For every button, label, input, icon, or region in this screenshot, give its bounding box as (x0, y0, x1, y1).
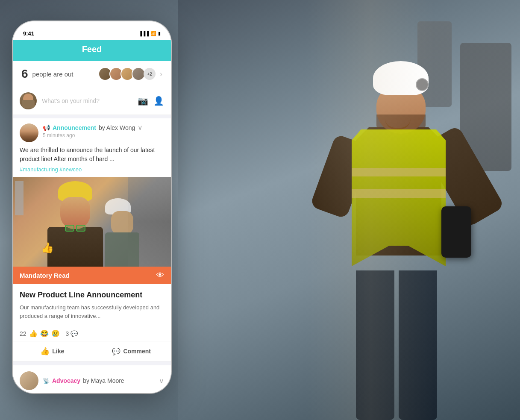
feed-title: Feed (82, 44, 102, 54)
advocacy-type-line: 📡 Advocacy by Maya Moore (43, 377, 155, 384)
phone-mockup-container: 9:41 ▐▐▐ 📶 ▮ Feed 6 people are out (13, 21, 171, 393)
people-out-text: people are out (32, 70, 94, 78)
img-crane (15, 181, 24, 215)
like-icon: 👍 (40, 347, 50, 356)
advocacy-by: by Maya Moore (83, 377, 124, 384)
img-bg-face (111, 211, 133, 235)
people-out-count: 6 (21, 67, 28, 81)
img-left-lens (65, 225, 74, 232)
author-name: by Alex Wong (99, 124, 135, 131)
status-icons: ▐▐▐ 📶 ▮ (139, 31, 161, 36)
worker-scene (178, 0, 520, 420)
card-content: We are thrilled to announce the launch o… (13, 146, 171, 177)
feed-header: Feed (13, 40, 171, 61)
advocacy-dropdown-icon[interactable]: ∨ (159, 377, 164, 385)
reaction-count: 22 (20, 330, 26, 337)
camera-icon[interactable]: 📷 (138, 96, 148, 106)
reaction-cry[interactable]: 😢 (51, 329, 60, 338)
people-out-section[interactable]: 6 people are out +2 › (13, 61, 171, 87)
mandatory-read-banner[interactable]: Mandatory Read 👁 (13, 267, 171, 284)
reaction-laugh[interactable]: 😂 (40, 329, 49, 338)
eye-icon: 👁 (156, 271, 164, 280)
post-image: 👍 (13, 177, 171, 267)
comment-number: 3 (66, 330, 69, 337)
mandatory-read-label: Mandatory Read (20, 272, 70, 279)
img-right-lens (76, 225, 85, 232)
feed-card: 📢 Announcement by Alex Wong ∨ 5 minutes … (13, 118, 171, 361)
user-avatar (20, 92, 37, 109)
status-bar: 9:41 ▐▐▐ 📶 ▮ (13, 21, 171, 40)
worker-phone (441, 206, 471, 258)
advocacy-author: Maya Moore (91, 377, 124, 384)
card-author-line: 📢 Announcement by Alex Wong ∨ (43, 123, 164, 132)
chevron-down-icon[interactable]: ∨ (138, 123, 143, 132)
article-excerpt: Our manufacturing team has successfully … (20, 303, 164, 320)
comment-button[interactable]: 💬 Comment (92, 341, 171, 361)
card-hashtags[interactable]: #manufacturing #newceo (20, 166, 164, 173)
reaction-thumbs-up[interactable]: 👍 (29, 329, 38, 338)
post-input-area[interactable]: What's on your mind? 📷 👤 (13, 87, 171, 115)
advocacy-label: Advocacy (52, 377, 80, 384)
comment-count: 3 💬 (66, 330, 78, 337)
advocacy-card: 📡 Advocacy by Maya Moore ∨ (13, 365, 171, 393)
thumbs-up-gesture: 👍 (41, 242, 54, 254)
img-worker-face (60, 197, 90, 229)
advocacy-meta: 📡 Advocacy by Maya Moore (43, 377, 155, 384)
card-text: We are thrilled to announce the launch o… (20, 146, 164, 164)
avatar-plus: +2 (144, 68, 156, 80)
card-avatar (20, 123, 38, 142)
post-icons: 📷 👤 (138, 96, 164, 106)
post-time: 5 minutes ago (43, 132, 164, 138)
post-placeholder[interactable]: What's on your mind? (42, 97, 132, 104)
chevron-right-icon[interactable]: › (160, 70, 162, 79)
signal-icon: ▐▐▐ (139, 31, 149, 36)
megaphone-icon: 📢 (43, 124, 50, 131)
img-main-worker: 👍 (37, 181, 114, 267)
wifi-icon: 📶 (150, 31, 156, 36)
phone-mockup: 9:41 ▐▐▐ 📶 ▮ Feed 6 people are out (13, 21, 171, 393)
comment-icon: 💬 (112, 347, 120, 355)
advocacy-avatar (20, 371, 38, 390)
avatar-row: +2 (98, 67, 156, 81)
article-content: New Product Line Announcement Our manufa… (13, 284, 171, 326)
phone-screen: Feed 6 people are out +2 › (13, 40, 171, 393)
article-title[interactable]: New Product Line Announcement (20, 290, 164, 300)
tag-person-icon[interactable]: 👤 (153, 96, 164, 106)
post-type: Announcement (53, 124, 96, 131)
comment-bubble-icon: 💬 (71, 330, 78, 337)
img-worker-glasses (65, 225, 85, 232)
card-actions: 👍 Like 💬 Comment (13, 341, 171, 361)
status-time: 9:41 (23, 30, 34, 37)
card-meta: 📢 Announcement by Alex Wong ∨ 5 minutes … (43, 123, 164, 138)
img-worker-body (47, 227, 103, 267)
battery-icon: ▮ (158, 31, 161, 36)
like-button[interactable]: 👍 Like (13, 341, 92, 361)
like-label: Like (52, 348, 64, 355)
broadcast-icon: 📡 (43, 378, 50, 384)
scene-light (306, 0, 435, 420)
reactions-row: 22 👍 😂 😢 3 💬 (13, 326, 171, 341)
card-header: 📢 Announcement by Alex Wong ∨ 5 minutes … (13, 118, 171, 146)
comment-label: Comment (123, 348, 151, 355)
